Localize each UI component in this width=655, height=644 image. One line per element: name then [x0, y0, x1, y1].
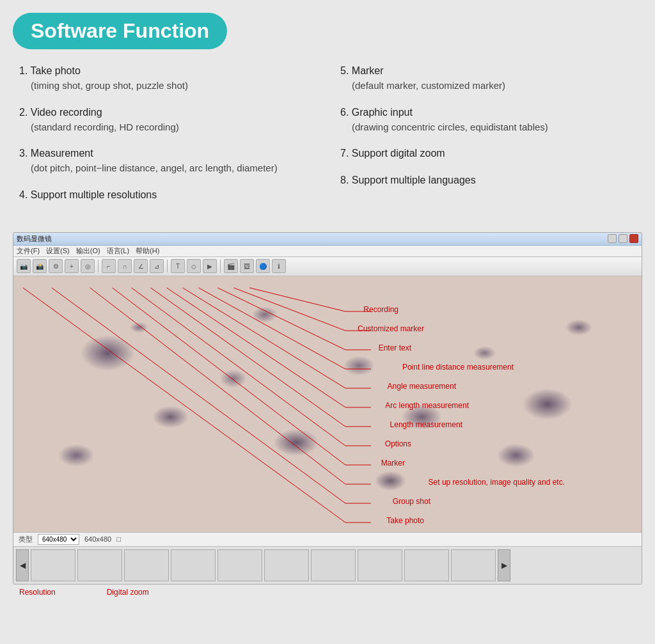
thumbnail-4[interactable]	[171, 549, 216, 581]
marker-icon[interactable]: +	[65, 259, 79, 273]
point-line-icon[interactable]: ⊿	[150, 259, 164, 273]
page-title: Software Function	[31, 19, 209, 43]
options-icon[interactable]: ◎	[81, 259, 95, 273]
feature-7: 7. Support digital zoom	[340, 146, 636, 161]
maximize-button[interactable]	[619, 234, 627, 243]
window-controls	[608, 234, 638, 243]
annotation-customized-marker: Customized marker	[358, 324, 424, 333]
thumb-nav-left[interactable]: ◀	[16, 549, 29, 581]
annotation-point-line: Point line distance measurement	[402, 363, 514, 372]
annotation-enter-text: Enter text	[379, 343, 411, 352]
enter-text-icon[interactable]: T	[171, 259, 185, 273]
extra-icon-4[interactable]: ℹ	[272, 259, 286, 273]
annotation-lines	[13, 276, 642, 532]
annotation-arc-length: Arc length measurement	[385, 401, 469, 410]
svg-line-11	[23, 288, 345, 522]
annotation-angle: Angle measurement	[388, 382, 456, 391]
resolution-select[interactable]: 640x480	[38, 534, 79, 545]
toolbar-separator-3	[220, 260, 221, 272]
thumbnail-10[interactable]	[451, 549, 496, 581]
thumbnail-5[interactable]	[217, 549, 262, 581]
status-bar: 类型 640x480 640x480 □	[13, 532, 642, 546]
extra-icon-2[interactable]: 🖼	[240, 259, 254, 273]
feature-4: 4. Support multiple resolutions	[19, 187, 315, 203]
thumbnail-strip: ◀ ▶	[13, 546, 642, 584]
menu-language[interactable]: 语言(L)	[107, 246, 129, 256]
svg-line-7	[132, 288, 345, 446]
group-shot-icon[interactable]: 📸	[33, 259, 47, 273]
window-title: 数码显微镜	[17, 234, 52, 244]
thumbnail-2[interactable]	[77, 549, 122, 581]
feature-3: 3. Measurement (dot pitch, point−line di…	[19, 146, 315, 176]
bottom-labels: Resolution Digital zoom	[13, 585, 642, 597]
bottom-resolution-label: Resolution	[19, 588, 56, 597]
feature-8: 8. Support multiple languages	[340, 173, 636, 188]
thumbnail-7[interactable]	[311, 549, 356, 581]
svg-line-3	[198, 288, 345, 369]
toolbar-separator-2	[167, 260, 168, 272]
svg-line-9	[90, 288, 345, 484]
arc-measure-icon[interactable]: ∩	[118, 259, 132, 273]
feature-6: 6. Graphic input (drawing concentric cir…	[340, 105, 636, 135]
thumbnail-9[interactable]	[404, 549, 449, 581]
feature-1: 1. Take photo (timing shot, group shot, …	[19, 63, 315, 93]
thumb-nav-right[interactable]: ▶	[498, 549, 510, 581]
svg-line-8	[113, 288, 345, 465]
thumbnail-8[interactable]	[358, 549, 402, 581]
minimize-button[interactable]	[608, 234, 617, 243]
menu-output[interactable]: 输出(O)	[76, 246, 100, 256]
extra-icon-3[interactable]: 🔵	[256, 259, 270, 273]
type-label: 类型	[19, 535, 33, 544]
svg-line-1	[233, 288, 345, 331]
feature-2: 2. Video recording (standard recording, …	[19, 105, 315, 135]
menu-help[interactable]: 帮助(H)	[136, 246, 159, 256]
annotation-group-shot: Group shot	[393, 497, 430, 506]
resolution-text: 640x480	[84, 535, 111, 543]
bottom-digital-zoom-label: Digital zoom	[107, 588, 149, 597]
annotation-length: Length measurement	[390, 420, 462, 429]
software-function-badge: Software Function	[13, 13, 227, 49]
recording-icon[interactable]: ▶	[203, 259, 217, 273]
thumbnail-6[interactable]	[264, 549, 309, 581]
main-image-area: Recording Customized marker Enter text P…	[13, 276, 642, 532]
svg-line-2	[217, 288, 345, 350]
menu-settings[interactable]: 设置(S)	[46, 246, 70, 256]
angle-measure-icon[interactable]: ∠	[134, 259, 148, 273]
length-measure-icon[interactable]: ⌐	[102, 259, 116, 273]
toolbar: 📷 📸 ⚙ + ◎ ⌐ ∩ ∠ ⊿ T ◇ ▶ 🎬 🖼 🔵 ℹ	[13, 257, 642, 276]
feature-5: 5. Marker (default marker, customized ma…	[340, 63, 636, 93]
menu-bar: 文件(F) 设置(S) 输出(O) 语言(L) 帮助(H)	[13, 246, 642, 257]
software-screenshot: 数码显微镜 文件(F) 设置(S) 输出(O) 语言(L) 帮助(H) 📷 📸 …	[13, 232, 642, 585]
setup-icon[interactable]: ⚙	[49, 259, 63, 273]
annotation-options: Options	[385, 439, 411, 448]
toolbar-separator	[98, 260, 99, 272]
features-right: 5. Marker (default marker, customized ma…	[340, 63, 636, 214]
thumbnail-1[interactable]	[31, 549, 75, 581]
annotation-setup: Set up resolution, image quality and etc…	[429, 478, 565, 487]
annotation-marker: Marker	[381, 459, 405, 467]
thumbnail-3[interactable]	[124, 549, 169, 581]
menu-file[interactable]: 文件(F)	[17, 246, 40, 256]
extra-icon-1[interactable]: 🎬	[224, 259, 238, 273]
features-left: 1. Take photo (timing shot, group shot, …	[19, 63, 315, 214]
spacer: □	[116, 535, 121, 543]
svg-line-5	[167, 288, 345, 407]
window-titlebar: 数码显微镜	[13, 233, 642, 246]
close-button[interactable]	[629, 234, 638, 243]
annotation-recording: Recording	[363, 305, 399, 314]
customized-marker-icon[interactable]: ◇	[187, 259, 201, 273]
take-photo-icon[interactable]: 📷	[17, 259, 31, 273]
annotation-take-photo: Take photo	[386, 516, 424, 525]
features-grid: 1. Take photo (timing shot, group shot, …	[13, 63, 642, 214]
